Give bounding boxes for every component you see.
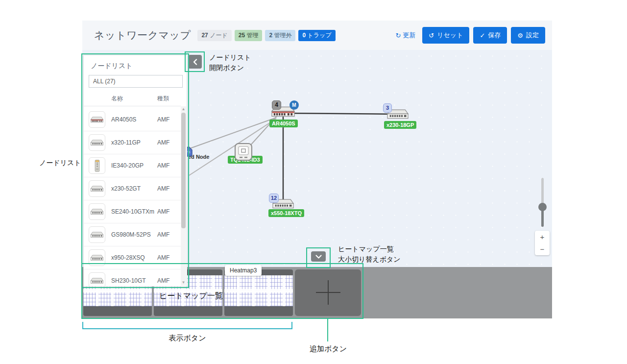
node-name: IE340-20GP [111,162,157,169]
scrollbar-thumb[interactable] [181,113,186,228]
node-type: AMF [157,185,175,192]
node-list-row[interactable]: GS980M-52PS AMF [84,223,181,246]
heatmap-tooltip: Heatmap3 [225,265,262,276]
gear-icon: ⚙ [517,32,523,39]
settings-button[interactable]: ⚙設定 [511,27,545,44]
node-list-row[interactable]: x230-52GT AMF [84,177,181,200]
refresh-button[interactable]: ↻更新 [395,31,415,40]
reset-label: リセット [437,31,463,40]
node-list-row[interactable]: SE240-10GTXm AMF [84,200,181,223]
heatmap-floorplan-image [224,275,293,306]
annotation-node-list-toggle: ノードリスト 開閉ボタン [209,52,251,73]
reset-icon: ↺ [429,32,434,39]
node-badge-count: 12 [269,194,279,203]
node-name: SE240-10GTXm [111,208,157,215]
heatmap-thumbnail-3[interactable] [224,269,293,316]
heatmap-size-toggle-button[interactable] [311,251,326,262]
heatmap-thumb-footer [224,306,293,316]
column-header-type: 種類 [157,95,169,103]
chevron-down-icon [315,255,322,259]
node-badge-count: 3 [383,103,392,113]
node-name: x230-52GT [111,185,157,192]
node-label-x230-18gp: x230-18GP [384,121,416,129]
app-header: ネットワークマップ 27 ノード 25 管理 2 管理外 0 トラップ ↻更新 … [82,21,552,50]
device-icon [89,134,105,151]
node-type: AMF [157,277,175,284]
plus-icon [328,280,329,305]
annotation-heatmap-list: ヒートマップ一覧 [159,291,223,301]
node-name: SH230-10GT [111,277,157,284]
annotation-node-list: ノードリスト [39,159,81,168]
node-type: AMF [157,254,175,261]
node-list-toggle-button[interactable] [188,55,202,69]
settings-label: 設定 [526,31,539,40]
node-type: AMF [157,162,175,169]
trap-badge: 0 トラップ [298,30,335,41]
unmanaged-label: 管理外 [274,32,291,39]
node-name: AR4050S [111,116,157,123]
heatmap-thumb-footer [83,306,152,316]
chevron-left-icon [193,59,197,65]
node-name: x320-11GP [111,139,157,146]
node-name: x950-28XSQ [111,254,157,261]
unmanaged-count: 2 [269,32,272,39]
annotation-pointer-line [327,319,328,341]
node-list-row[interactable]: x320-11GP AMF [84,131,181,154]
map-node-tq1402[interactable] [234,143,253,163]
device-icon [89,272,105,286]
device-icon [89,180,105,197]
scrollbar-up-icon[interactable]: ▲ [181,106,186,112]
node-list-row[interactable]: AR4050S AMF [84,108,181,131]
total-nodes-badge: 27 ノード [197,30,231,41]
access-point-icon [234,143,253,161]
device-icon [89,203,105,220]
device-icon [89,111,105,128]
page-title: ネットワークマップ [94,28,191,42]
node-list-row[interactable]: x950-28XSQ AMF [84,246,181,269]
node-list-row[interactable]: SH230-10GT AMF [84,269,181,286]
refresh-icon: ↻ [395,32,401,39]
annotation-bracket [82,322,292,329]
zoom-slider-thumb[interactable] [538,203,547,211]
master-badge: M [289,100,299,110]
node-name: GS980M-52PS [111,231,157,238]
node-list-scrollbar[interactable]: ▲ ▼ [181,106,186,286]
refresh-label: 更新 [403,31,415,40]
trap-label: トラップ [307,32,331,39]
annotation-line: ヒートマップ一覧 [338,244,401,254]
heatmap-add-button[interactable] [295,269,361,316]
node-type: AMF [157,139,175,146]
node-label-ar4050s: AR4050S [269,120,298,127]
save-label: 保存 [488,31,501,40]
header-actions: ↻更新 ↺リセット ✓保存 ⚙設定 [395,27,545,44]
reset-button[interactable]: ↺リセット [422,27,469,44]
save-button[interactable]: ✓保存 [473,27,507,44]
managed-label: 管理 [246,32,258,39]
scrollbar-down-icon[interactable]: ▼ [181,280,186,286]
node-list-row[interactable]: IE340-20GP AMF [84,154,181,177]
device-icon [89,226,105,243]
annotation-line: ノードリスト [209,52,251,63]
annotation-line: 大小切り替えボタン [338,254,401,265]
annotation-heatmap-toggle: ヒートマップ一覧 大小切り替えボタン [338,244,401,265]
managed-badge: 25 管理 [235,30,263,41]
annotation-display-buttons: 表示ボタン [82,334,292,343]
device-icon [89,157,105,174]
annotation-add-button: 追加ボタン [307,344,349,354]
check-icon: ✓ [480,32,485,39]
node-type: AMF [157,231,175,238]
column-header-name: 名称 [111,95,123,103]
unmanaged-badge: 2 管理外 [265,30,295,41]
total-label: ノード [210,32,228,39]
node-list-title: ノードリスト [84,55,187,75]
node-filter-select[interactable] [89,75,183,88]
node-count-chips: 27 ノード 25 管理 2 管理外 0 トラップ [197,30,335,41]
annotation-line: 開閉ボタン [209,63,251,73]
zoom-out-button[interactable]: − [535,243,550,255]
total-count: 27 [201,32,208,39]
node-type: AMF [157,208,175,215]
node-type: AMF [157,116,175,123]
node-list-rows: AR4050S AMF x320-11GP AMF IE340-20GP AMF… [84,108,181,286]
node-table-header: 名称 種類 [84,92,181,106]
zoom-in-button[interactable]: + [535,231,550,243]
